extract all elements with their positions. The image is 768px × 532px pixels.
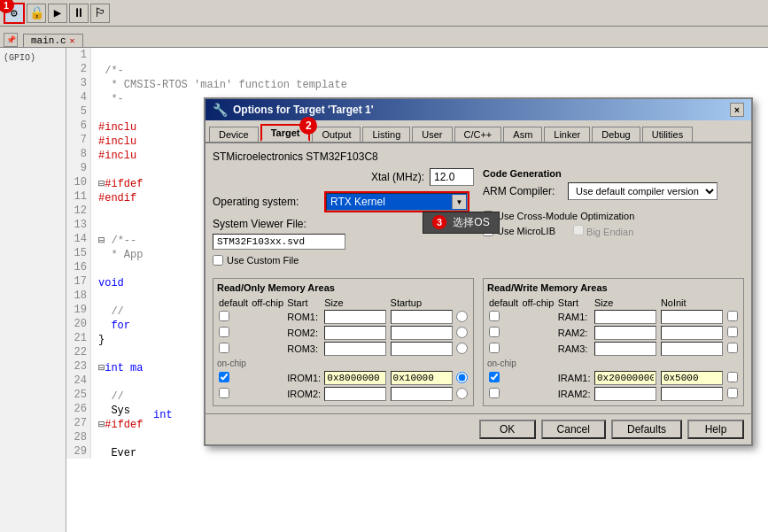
- main-c-tab[interactable]: main.c ✕: [23, 34, 83, 47]
- main-area: (GPIO) 12345 678910 1112131415 161718192…: [0, 48, 768, 532]
- ok-button[interactable]: OK: [479, 420, 536, 439]
- defaults-button[interactable]: Defaults: [611, 420, 682, 439]
- ram2-default-cb[interactable]: [489, 327, 500, 337]
- rom3-default-cb[interactable]: [219, 343, 229, 353]
- read-write-title: Read/Write Memory Areas: [487, 282, 740, 293]
- ram2-size[interactable]: [661, 326, 723, 340]
- rom-col-startup: Startup: [389, 297, 454, 309]
- table-row: RAM2:: [487, 325, 740, 341]
- svd-input[interactable]: [213, 234, 345, 250]
- tab-debug[interactable]: Debug: [592, 127, 640, 142]
- tool-icon-5[interactable]: 🏳: [90, 4, 110, 23]
- iram1-start[interactable]: [594, 371, 656, 385]
- iram2-start[interactable]: [594, 387, 656, 401]
- rom-col-size: Size: [322, 297, 388, 309]
- ram-col-default: default: [487, 297, 520, 309]
- iram2-size[interactable]: [661, 387, 723, 401]
- tab-output[interactable]: Output: [312, 127, 361, 142]
- iram2-label: IRAM2:: [558, 389, 591, 399]
- irom2-startup[interactable]: [456, 388, 468, 399]
- table-row: RAM3:: [487, 341, 740, 357]
- rom1-size[interactable]: [391, 310, 453, 324]
- ram1-start[interactable]: [594, 310, 656, 324]
- rom2-label: ROM2:: [287, 328, 318, 338]
- irom1-label: IROM1:: [287, 373, 321, 383]
- rom2-size[interactable]: [391, 326, 453, 340]
- rom1-startup[interactable]: [456, 311, 468, 322]
- custom-file-checkbox[interactable]: [213, 255, 223, 266]
- ram1-noinit[interactable]: [727, 311, 738, 321]
- iram1-size[interactable]: [661, 371, 723, 385]
- callout-badge-3: 3: [432, 215, 446, 229]
- tab-linker[interactable]: Linker: [544, 127, 590, 142]
- tool-icon-2[interactable]: 🔒: [27, 4, 46, 23]
- device-label: STMicroelectronics STM32F103C8: [213, 150, 744, 163]
- iram1-default-cb[interactable]: [489, 372, 500, 382]
- select-os-button[interactable]: 3 选择OS: [423, 212, 500, 234]
- custom-file-label: Use Custom File: [227, 255, 299, 266]
- tab-device[interactable]: Device: [209, 127, 259, 142]
- rom1-default-cb[interactable]: [219, 311, 229, 321]
- table-row: IRAM1:: [487, 370, 740, 386]
- ram1-default-cb[interactable]: [489, 311, 500, 321]
- rom2-default-cb[interactable]: [219, 327, 229, 337]
- irom1-default-cb[interactable]: [219, 372, 229, 382]
- ram3-noinit[interactable]: [727, 343, 738, 353]
- irom1-size[interactable]: [391, 371, 453, 385]
- ram2-noinit[interactable]: [727, 327, 738, 337]
- cancel-button[interactable]: Cancel: [541, 420, 606, 439]
- ram3-label: RAM3:: [558, 343, 588, 354]
- compiler-select[interactable]: Use default compiler version: [568, 182, 718, 200]
- dialog-titlebar: 🔧 Options for Target 'Target 1' ×: [206, 99, 751, 120]
- rom3-label: ROM3:: [287, 343, 318, 354]
- rom2-start[interactable]: [324, 326, 386, 340]
- left-panel-gpio: (GPIO): [0, 51, 66, 65]
- rom1-start[interactable]: [324, 310, 386, 324]
- iram2-default-cb[interactable]: [489, 388, 500, 398]
- os-row: Operating system: RTX Kernel None ▼: [213, 191, 474, 212]
- tab-user[interactable]: User: [412, 127, 452, 142]
- pin-tab-icon[interactable]: 📌: [4, 33, 18, 47]
- rom3-startup[interactable]: [456, 343, 468, 354]
- iram2-noinit[interactable]: [727, 388, 738, 398]
- xtal-label: Xtal (MHz):: [371, 171, 424, 183]
- ram3-default-cb[interactable]: [489, 343, 500, 353]
- rom2-startup[interactable]: [456, 327, 468, 338]
- table-row: ROM1:: [217, 309, 469, 325]
- irom1-start[interactable]: [324, 371, 386, 385]
- tab-asm[interactable]: Asm: [503, 127, 542, 142]
- irom2-size[interactable]: [391, 387, 453, 401]
- help-button[interactable]: Help: [687, 420, 744, 439]
- irom1-startup[interactable]: [456, 372, 468, 383]
- tab-utilities[interactable]: Utilities: [642, 127, 693, 142]
- irom2-default-cb[interactable]: [219, 388, 229, 398]
- ram1-label: RAM1:: [558, 312, 588, 322]
- rom-col-start: Start: [285, 297, 322, 309]
- ram2-start[interactable]: [594, 326, 656, 340]
- tab-target[interactable]: Target 2: [260, 124, 311, 142]
- ram-col-size: Size: [593, 297, 659, 309]
- tab-close[interactable]: ✕: [70, 35, 75, 46]
- tab-filename: main.c: [31, 35, 66, 46]
- ram3-size[interactable]: [661, 342, 723, 356]
- rom-onchip-label: on-chip: [217, 357, 469, 370]
- ram1-size[interactable]: [661, 310, 723, 324]
- xtal-input[interactable]: [430, 168, 474, 186]
- tool-icon-4[interactable]: ⏸: [69, 4, 89, 23]
- read-write-areas: Read/Write Memory Areas default off-chip…: [483, 278, 744, 406]
- ram3-start[interactable]: [594, 342, 656, 356]
- rom3-size[interactable]: [391, 342, 453, 356]
- dialog-close-button[interactable]: ×: [730, 103, 744, 117]
- micro-lib-label: Use MicroLIB: [497, 226, 555, 236]
- tool-icon-3[interactable]: ▶: [48, 4, 67, 23]
- tab-c-cpp[interactable]: C/C++: [454, 127, 502, 142]
- os-select[interactable]: RTX Kernel None: [326, 193, 468, 211]
- os-select-wrapper: RTX Kernel None ▼: [324, 191, 469, 212]
- rom-col-default: default: [217, 297, 250, 309]
- table-row: IRAM2:: [487, 386, 740, 402]
- iram1-noinit[interactable]: [727, 372, 738, 382]
- compiler-label: ARM Compiler:: [483, 185, 562, 197]
- irom2-start[interactable]: [324, 387, 386, 401]
- tab-listing[interactable]: Listing: [362, 127, 410, 142]
- rom3-start[interactable]: [324, 342, 386, 356]
